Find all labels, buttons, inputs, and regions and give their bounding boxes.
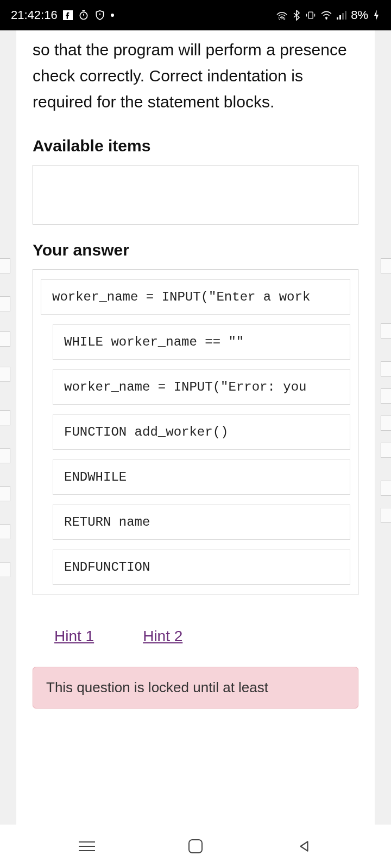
- svg-point-4: [326, 18, 327, 19]
- facebook-icon: [63, 10, 73, 20]
- svg-rect-8: [345, 11, 346, 20]
- android-nav-bar: [0, 825, 391, 868]
- svg-rect-5: [337, 17, 338, 20]
- code-block[interactable]: RETURN name: [53, 505, 350, 540]
- puzzle-edge-right: [375, 30, 391, 825]
- battery-charging-icon: [373, 10, 380, 21]
- shield-icon: [94, 10, 105, 21]
- battery-percent: 8%: [351, 8, 368, 22]
- available-items-header: Available items: [33, 137, 358, 155]
- hamburger-icon: [79, 841, 95, 851]
- wifi-icon: [320, 11, 332, 20]
- status-time: 21:42:16: [11, 8, 58, 22]
- notification-dot-icon: [111, 14, 114, 17]
- status-right: VPN 8%: [276, 8, 380, 22]
- vpn-icon: VPN: [276, 10, 288, 20]
- page-body: so that the program will perform a prese…: [0, 30, 391, 825]
- hint-1-link[interactable]: Hint 1: [54, 628, 94, 645]
- code-block[interactable]: worker_name = INPUT("Error: you: [53, 369, 350, 405]
- svg-rect-7: [342, 13, 344, 20]
- instruction-text: so that the program will perform a prese…: [33, 37, 358, 115]
- your-answer-header: Your answer: [33, 241, 358, 259]
- bluetooth-icon: [292, 10, 301, 21]
- status-bar: 21:42:16 VPN 8%: [0, 0, 391, 30]
- signal-icon: [337, 11, 346, 20]
- recent-apps-button[interactable]: [76, 835, 98, 857]
- code-block[interactable]: FUNCTION add_worker(): [53, 414, 350, 450]
- svg-rect-6: [339, 15, 341, 20]
- svg-rect-3: [308, 12, 313, 18]
- status-left: 21:42:16: [11, 8, 114, 22]
- available-items-dropzone[interactable]: [33, 165, 358, 225]
- hints-row: Hint 1 Hint 2: [33, 628, 358, 645]
- home-button[interactable]: [185, 835, 206, 857]
- puzzle-edge-left: [0, 30, 16, 825]
- triangle-back-icon: [297, 839, 311, 853]
- back-button[interactable]: [293, 835, 315, 857]
- code-block[interactable]: WHILE worker_name == "": [53, 324, 350, 360]
- hint-2-link[interactable]: Hint 2: [143, 628, 182, 645]
- answer-dropzone[interactable]: worker_name = INPUT("Enter a work WHILE …: [33, 269, 358, 595]
- code-block[interactable]: ENDWHILE: [53, 459, 350, 495]
- square-icon: [188, 839, 203, 853]
- svg-text:VPN: VPN: [279, 17, 286, 20]
- code-block[interactable]: ENDFUNCTION: [53, 550, 350, 585]
- code-block[interactable]: worker_name = INPUT("Enter a work: [41, 279, 350, 315]
- content-card: so that the program will perform a prese…: [16, 30, 375, 825]
- timer-icon: [78, 10, 89, 21]
- vibrate-icon: [305, 10, 316, 20]
- locked-banner: This question is locked until at least: [33, 667, 358, 709]
